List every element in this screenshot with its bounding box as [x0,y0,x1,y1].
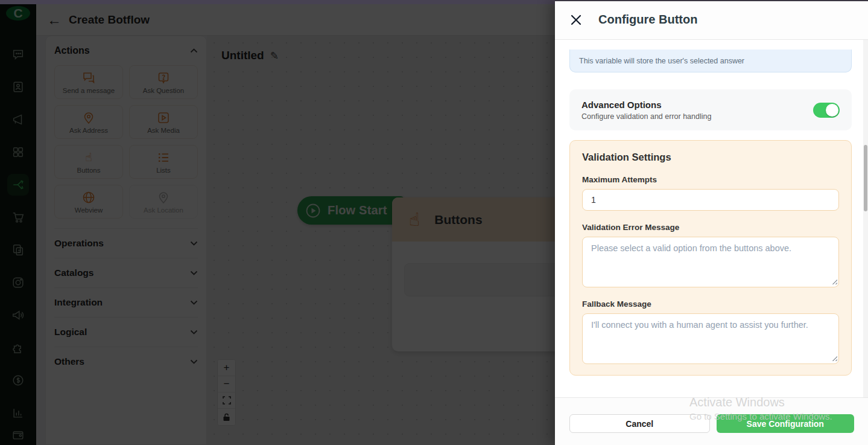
advanced-options-toggle[interactable] [813,103,840,118]
close-icon[interactable] [569,13,583,27]
fallback-message-label: Fallback Message [582,299,839,309]
variable-info-note: This variable will store the user's sele… [569,50,852,72]
toggle-knob [826,104,838,117]
scrollbar-thumb[interactable] [864,145,867,211]
modal-backdrop[interactable] [0,0,555,445]
advanced-options-subtitle: Configure validation and error handling [581,112,711,121]
drawer-title: Configure Button [598,13,697,27]
validation-error-label: Validation Error Message [582,223,839,232]
configure-button-drawer: Configure Button This variable will stor… [555,0,868,445]
drawer-footer: Cancel Save Configuration [555,397,868,445]
drawer-scrollbar[interactable] [863,40,868,397]
max-attempts-input[interactable] [582,189,839,211]
validation-settings-title: Validation Settings [582,152,839,163]
fallback-message-textarea[interactable] [582,313,839,364]
screen: C [0,0,868,445]
top-strip [0,0,555,4]
cancel-button[interactable]: Cancel [569,414,710,433]
validation-error-textarea[interactable] [582,237,839,287]
validation-settings-card: Validation Settings Maximum Attempts Val… [569,140,852,376]
advanced-options-title: Advanced Options [581,100,711,110]
drawer-header: Configure Button [555,0,868,40]
drawer-top-line [555,0,868,1]
advanced-options-card: Advanced Options Configure validation an… [569,89,852,130]
drawer-body: This variable will store the user's sele… [555,40,868,397]
max-attempts-label: Maximum Attempts [582,175,839,184]
save-configuration-button[interactable]: Save Configuration [717,414,855,433]
